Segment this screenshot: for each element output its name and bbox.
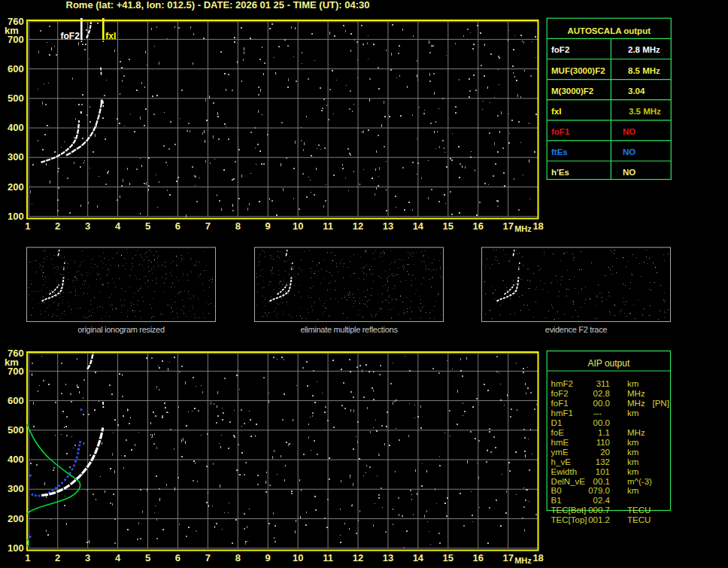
svg-text:M(3000)F2: M(3000)F2 bbox=[551, 87, 593, 96]
svg-text:TECU: TECU bbox=[627, 515, 651, 524]
svg-text:600: 600 bbox=[8, 63, 24, 74]
svg-text:500: 500 bbox=[8, 93, 24, 104]
svg-text:8.5 MHz: 8.5 MHz bbox=[628, 66, 660, 75]
svg-text:fxI: fxI bbox=[551, 107, 561, 116]
svg-text:9: 9 bbox=[265, 552, 271, 563]
svg-text:km: km bbox=[627, 448, 639, 457]
svg-text:km: km bbox=[5, 357, 19, 368]
svg-text:18: 18 bbox=[532, 552, 543, 563]
svg-text:foE: foE bbox=[551, 428, 565, 437]
svg-text:3: 3 bbox=[85, 552, 90, 563]
svg-text:20: 20 bbox=[600, 448, 610, 457]
svg-text:110: 110 bbox=[596, 438, 610, 447]
svg-text:16: 16 bbox=[473, 552, 484, 563]
svg-text:300: 300 bbox=[8, 483, 24, 494]
svg-text:NO: NO bbox=[623, 168, 635, 177]
svg-text:hmF2: hmF2 bbox=[551, 379, 573, 388]
svg-text:MHz: MHz bbox=[627, 428, 645, 437]
svg-text:MHz: MHz bbox=[514, 224, 532, 233]
svg-text:TECU: TECU bbox=[627, 506, 651, 515]
svg-text:ymE: ymE bbox=[551, 448, 569, 457]
svg-text:foF2: foF2 bbox=[61, 31, 80, 41]
svg-text:7: 7 bbox=[205, 220, 211, 232]
svg-text:12: 12 bbox=[353, 552, 363, 563]
svg-text:5: 5 bbox=[145, 220, 150, 232]
svg-text:hmF1: hmF1 bbox=[551, 409, 573, 418]
svg-text:foF1: foF1 bbox=[551, 399, 569, 408]
svg-text:400: 400 bbox=[8, 454, 24, 465]
svg-text:[PN]: [PN] bbox=[653, 399, 669, 408]
svg-text:14: 14 bbox=[413, 220, 424, 232]
svg-text:15: 15 bbox=[443, 552, 453, 563]
svg-text:2.8 MHz: 2.8 MHz bbox=[628, 45, 660, 54]
svg-text:foF2: foF2 bbox=[551, 389, 569, 398]
svg-text:300: 300 bbox=[8, 151, 24, 163]
svg-text:B0: B0 bbox=[551, 486, 562, 495]
svg-text:8: 8 bbox=[235, 552, 241, 563]
svg-text:000.7: 000.7 bbox=[588, 506, 610, 515]
svg-text:1: 1 bbox=[25, 552, 30, 563]
svg-text:km: km bbox=[627, 379, 639, 388]
svg-text:18: 18 bbox=[532, 220, 543, 232]
svg-text:km: km bbox=[627, 438, 639, 447]
svg-text:TEC[Bot]: TEC[Bot] bbox=[551, 506, 587, 515]
svg-text:NO: NO bbox=[623, 147, 635, 156]
svg-text:9: 9 bbox=[265, 220, 271, 232]
svg-text:AIP output: AIP output bbox=[587, 358, 629, 369]
svg-text:5: 5 bbox=[145, 552, 150, 563]
svg-text:B1: B1 bbox=[551, 496, 562, 505]
svg-text:MHz: MHz bbox=[627, 399, 645, 408]
svg-text:17: 17 bbox=[502, 552, 513, 563]
svg-text:4: 4 bbox=[115, 220, 121, 232]
svg-text:11: 11 bbox=[323, 552, 333, 563]
svg-text:02.8: 02.8 bbox=[593, 389, 610, 398]
svg-text:311: 311 bbox=[596, 379, 610, 388]
svg-text:h_vE: h_vE bbox=[551, 457, 572, 466]
svg-text:1: 1 bbox=[25, 220, 30, 232]
svg-text:foF2: foF2 bbox=[551, 45, 569, 54]
svg-text:original ionogram resized: original ionogram resized bbox=[77, 325, 165, 334]
svg-text:evidence F2 trace: evidence F2 trace bbox=[545, 325, 608, 334]
svg-text:16: 16 bbox=[473, 220, 484, 232]
svg-text:km: km bbox=[627, 486, 639, 495]
svg-text:3.5 MHz: 3.5 MHz bbox=[629, 107, 661, 116]
svg-text:MHz: MHz bbox=[514, 556, 532, 565]
svg-text:2: 2 bbox=[55, 552, 60, 563]
svg-text:eliminate multiple reflections: eliminate multiple reflections bbox=[300, 325, 398, 334]
svg-text:12: 12 bbox=[353, 220, 363, 232]
svg-text:14: 14 bbox=[413, 552, 424, 563]
svg-text:MHz: MHz bbox=[627, 389, 645, 398]
svg-text:km: km bbox=[627, 467, 639, 476]
svg-text:h'Es: h'Es bbox=[551, 168, 569, 177]
svg-text:100: 100 bbox=[8, 211, 24, 222]
svg-text:200: 200 bbox=[8, 181, 24, 193]
svg-text:km: km bbox=[627, 409, 639, 418]
svg-text:m^(-3): m^(-3) bbox=[627, 477, 652, 486]
svg-text:079.0: 079.0 bbox=[588, 486, 610, 495]
svg-text:17: 17 bbox=[502, 220, 513, 232]
svg-text:Rome (lat: +41.8, lon: 012.5): Rome (lat: +41.8, lon: 012.5) - DATE: 20… bbox=[66, 0, 370, 11]
svg-text:4: 4 bbox=[115, 552, 121, 563]
svg-text:132: 132 bbox=[596, 457, 610, 466]
svg-text:hmE: hmE bbox=[551, 438, 569, 447]
svg-text:13: 13 bbox=[383, 220, 393, 232]
svg-text:02.4: 02.4 bbox=[593, 496, 611, 505]
svg-text:6: 6 bbox=[175, 220, 180, 232]
svg-text:MUF(3000)F2: MUF(3000)F2 bbox=[551, 66, 605, 75]
svg-text:600: 600 bbox=[8, 395, 24, 406]
svg-text:8: 8 bbox=[235, 220, 241, 232]
svg-text:km: km bbox=[627, 457, 639, 466]
svg-text:DelN_vE: DelN_vE bbox=[551, 477, 586, 486]
svg-text:100: 100 bbox=[8, 542, 24, 554]
svg-text:AUTOSCALA output: AUTOSCALA output bbox=[567, 26, 651, 35]
svg-text:001.2: 001.2 bbox=[588, 515, 610, 524]
svg-text:10: 10 bbox=[293, 220, 303, 232]
svg-text:11: 11 bbox=[323, 220, 333, 232]
svg-text:ftEs: ftEs bbox=[551, 147, 568, 156]
svg-text:D1: D1 bbox=[551, 418, 563, 427]
svg-text:00.1: 00.1 bbox=[593, 477, 610, 486]
svg-text:7: 7 bbox=[205, 552, 211, 563]
svg-text:400: 400 bbox=[8, 122, 24, 133]
svg-text:15: 15 bbox=[443, 220, 453, 232]
svg-text:200: 200 bbox=[8, 513, 24, 524]
